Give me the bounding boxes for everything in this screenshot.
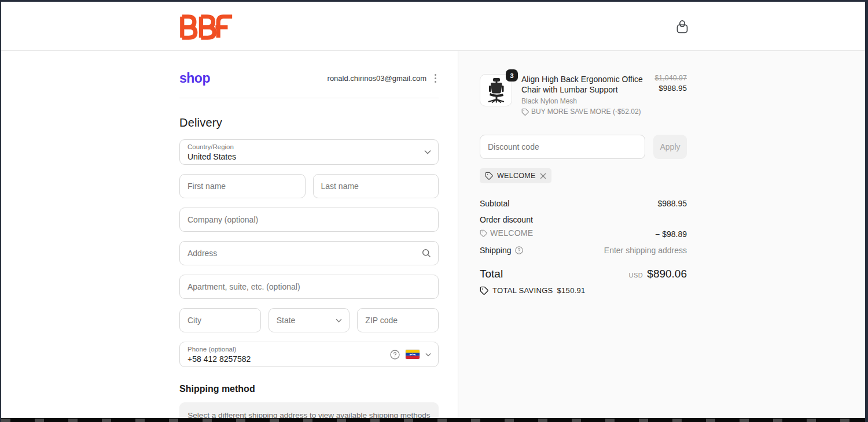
account-row: shop ronald.chirinos03@gmail.com [179,71,439,98]
shipping-label: Shipping [480,246,512,255]
chevron-down-icon[interactable] [425,353,431,357]
bbf-logo-icon [179,13,234,41]
shipping-method-title: Shipping method [179,384,439,394]
total-value: $890.06 [647,268,687,280]
savings-label: TOTAL SAVINGS [492,286,553,295]
order-discount-amount: − $98.89 [655,229,687,239]
city-input[interactable] [180,309,260,332]
chevron-down-icon [336,319,342,323]
state-placeholder: State [269,316,303,325]
close-icon [540,173,546,179]
viewport-bottom-edge [1,418,865,422]
apply-discount-button[interactable]: Apply [653,135,687,159]
line-item: 3 Align High Back Ergonomic Office Chair… [480,74,687,116]
discount-code-field [480,135,645,159]
shipping-row: Shipping Enter shipping address [480,246,687,255]
item-original-price: $1,040.97 [654,74,687,82]
store-logo[interactable] [179,13,234,43]
account-email: ronald.chirinos03@gmail.com [328,74,426,83]
company-input[interactable] [180,208,438,231]
subtotal-value: $988.95 [657,199,687,208]
phone-field: Phone (optional) [179,342,439,367]
first-name-field [179,174,306,198]
header [1,2,865,51]
order-discount-code-row: WELCOME − $98.89 [480,228,687,239]
country-value: United States [180,143,438,161]
applied-discount-chip: WELCOME [480,168,551,183]
kebab-dot [435,77,436,79]
office-chair-image [485,77,507,103]
discount-code-input[interactable] [480,135,645,158]
cart-button[interactable] [674,18,690,35]
item-discount-tag: BUY MORE SAVE MORE (-$52.02) [531,108,641,116]
shopping-bag-icon [676,20,689,34]
product-variant: Black Nylon Mesh [521,97,646,105]
last-name-field [313,174,439,198]
tag-icon [521,108,529,116]
country-select[interactable]: Country/Region United States [179,139,439,165]
order-discount-label: Order discount [480,215,533,224]
order-summary-pane: 3 Align High Back Ergonomic Office Chair… [458,51,865,420]
applied-discount-code: WELCOME [497,172,536,180]
shop-pay-logo[interactable]: shop [179,71,210,86]
checkout-form-pane: shop ronald.chirinos03@gmail.com Deliver… [1,51,458,420]
order-discount-row: Order discount [480,215,687,224]
apartment-input[interactable] [180,275,438,298]
account-menu-button[interactable] [432,72,439,85]
total-savings-row: TOTAL SAVINGS $150.91 [480,286,687,295]
tag-icon [480,229,487,237]
currency-code: USD [629,272,643,279]
kebab-dot [435,74,436,76]
zip-input[interactable] [358,309,438,332]
last-name-input[interactable] [314,175,439,198]
chevron-down-icon [424,150,431,154]
product-title: Align High Back Ergonomic Office Chair w… [521,74,646,95]
country-flag-venezuela-icon[interactable] [406,350,420,359]
kebab-dot [435,81,436,83]
zip-field [357,308,439,332]
delivery-title: Delivery [179,116,439,129]
subtotal-label: Subtotal [480,199,509,208]
apartment-field [179,275,439,299]
tag-icon [480,286,488,295]
savings-value: $150.91 [557,286,586,295]
search-icon [422,249,431,258]
tag-icon [485,172,493,180]
total-label: Total [480,268,503,280]
checkout-page: shop ronald.chirinos03@gmail.com Deliver… [0,0,868,422]
order-discount-code: WELCOME [490,228,533,238]
shipping-value: Enter shipping address [604,246,687,255]
item-price: $988.95 [654,84,687,92]
state-select[interactable]: State [269,308,350,332]
address-field [179,241,439,265]
help-icon[interactable] [515,246,523,254]
quantity-badge: 3 [506,69,518,82]
total-row: Total USD $890.06 [480,268,687,280]
remove-discount-button[interactable] [540,173,546,179]
subtotal-row: Subtotal $988.95 [480,199,687,208]
address-input[interactable] [180,242,438,265]
first-name-input[interactable] [180,175,305,198]
company-field [179,208,439,232]
help-icon[interactable] [390,350,400,360]
venezuela-flag-svg [406,350,420,359]
city-field [179,308,261,332]
